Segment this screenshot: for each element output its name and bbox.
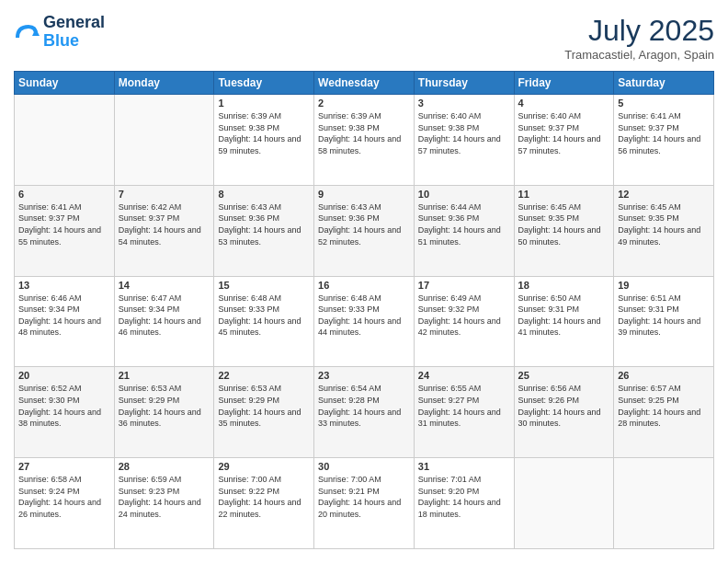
calendar-cell: 2 Sunrise: 6:39 AM Sunset: 9:38 PM Dayli… <box>314 95 415 186</box>
daylight-text: Daylight: 14 hours and 45 minutes. <box>218 316 310 339</box>
logo-icon <box>14 19 40 45</box>
sunrise-text: Sunrise: 6:48 AM <box>318 293 410 304</box>
sunrise-text: Sunrise: 6:39 AM <box>218 110 310 122</box>
header: General Blue July 2025 Tramacastiel, Ara… <box>14 14 714 62</box>
sunrise-text: Sunrise: 6:48 AM <box>218 293 310 304</box>
sunset-text: Sunset: 9:30 PM <box>18 395 110 407</box>
calendar-cell: 11 Sunrise: 6:45 AM Sunset: 9:35 PM Dayl… <box>514 185 614 276</box>
daylight-text: Daylight: 14 hours and 30 minutes. <box>518 407 610 430</box>
calendar-cell <box>614 458 714 549</box>
day-number: 16 <box>318 280 410 291</box>
sunset-text: Sunset: 9:33 PM <box>218 304 310 316</box>
calendar-row-0: 1 Sunrise: 6:39 AM Sunset: 9:38 PM Dayli… <box>15 95 714 186</box>
sunset-text: Sunset: 9:36 PM <box>418 213 510 224</box>
daylight-text: Daylight: 14 hours and 35 minutes. <box>218 407 310 430</box>
day-number: 10 <box>418 189 510 200</box>
cell-content: Sunrise: 6:55 AM Sunset: 9:27 PM Dayligh… <box>418 383 510 429</box>
cell-content: Sunrise: 6:43 AM Sunset: 9:36 PM Dayligh… <box>318 201 410 247</box>
day-number: 12 <box>618 189 710 200</box>
cell-content: Sunrise: 6:47 AM Sunset: 9:34 PM Dayligh… <box>119 293 210 339</box>
sunset-text: Sunset: 9:37 PM <box>119 213 210 224</box>
sunrise-text: Sunrise: 6:51 AM <box>618 293 710 304</box>
header-monday: Monday <box>114 72 214 95</box>
daylight-text: Daylight: 14 hours and 38 minutes. <box>18 407 110 430</box>
daylight-text: Daylight: 14 hours and 58 minutes. <box>318 133 410 156</box>
daylight-text: Daylight: 14 hours and 54 minutes. <box>119 224 210 247</box>
cell-content: Sunrise: 6:40 AM Sunset: 9:38 PM Dayligh… <box>418 110 510 156</box>
cell-content: Sunrise: 7:00 AM Sunset: 9:22 PM Dayligh… <box>218 474 310 520</box>
sunset-text: Sunset: 9:35 PM <box>618 213 710 224</box>
month-year: July 2025 <box>564 14 714 48</box>
sunset-text: Sunset: 9:26 PM <box>518 395 610 407</box>
day-number: 1 <box>218 98 310 109</box>
day-number: 14 <box>119 280 210 291</box>
daylight-text: Daylight: 14 hours and 36 minutes. <box>119 407 210 430</box>
calendar-cell: 14 Sunrise: 6:47 AM Sunset: 9:34 PM Dayl… <box>114 276 214 367</box>
sunrise-text: Sunrise: 6:42 AM <box>119 201 210 213</box>
day-number: 5 <box>618 98 710 109</box>
cell-content: Sunrise: 6:48 AM Sunset: 9:33 PM Dayligh… <box>218 293 310 339</box>
day-number: 8 <box>218 189 310 200</box>
cell-content: Sunrise: 6:39 AM Sunset: 9:38 PM Dayligh… <box>218 110 310 156</box>
calendar-cell: 10 Sunrise: 6:44 AM Sunset: 9:36 PM Dayl… <box>414 185 514 276</box>
calendar-row-1: 6 Sunrise: 6:41 AM Sunset: 9:37 PM Dayli… <box>15 185 714 276</box>
sunrise-text: Sunrise: 6:39 AM <box>318 110 410 122</box>
calendar-cell: 7 Sunrise: 6:42 AM Sunset: 9:37 PM Dayli… <box>114 185 214 276</box>
daylight-text: Daylight: 14 hours and 56 minutes. <box>618 133 710 156</box>
day-number: 25 <box>518 370 610 381</box>
cell-content: Sunrise: 6:48 AM Sunset: 9:33 PM Dayligh… <box>318 293 410 339</box>
calendar-cell: 15 Sunrise: 6:48 AM Sunset: 9:33 PM Dayl… <box>214 276 314 367</box>
logo-line1: General <box>43 14 105 32</box>
sunrise-text: Sunrise: 6:49 AM <box>418 293 510 304</box>
calendar-cell: 12 Sunrise: 6:45 AM Sunset: 9:35 PM Dayl… <box>614 185 714 276</box>
calendar-cell: 26 Sunrise: 6:57 AM Sunset: 9:25 PM Dayl… <box>614 367 714 458</box>
sunrise-text: Sunrise: 6:43 AM <box>218 201 310 213</box>
sunrise-text: Sunrise: 6:54 AM <box>318 383 410 395</box>
sunrise-text: Sunrise: 6:55 AM <box>418 383 510 395</box>
cell-content: Sunrise: 6:44 AM Sunset: 9:36 PM Dayligh… <box>418 201 510 247</box>
page: General Blue July 2025 Tramacastiel, Ara… <box>0 0 728 563</box>
calendar-cell <box>15 95 115 186</box>
daylight-text: Daylight: 14 hours and 49 minutes. <box>618 224 710 247</box>
daylight-text: Daylight: 14 hours and 46 minutes. <box>119 316 210 339</box>
sunrise-text: Sunrise: 6:46 AM <box>18 293 110 304</box>
title-block: July 2025 Tramacastiel, Aragon, Spain <box>564 14 714 62</box>
day-number: 30 <box>318 461 410 472</box>
cell-content: Sunrise: 6:56 AM Sunset: 9:26 PM Dayligh… <box>518 383 610 429</box>
cell-content: Sunrise: 6:49 AM Sunset: 9:32 PM Dayligh… <box>418 293 510 339</box>
daylight-text: Daylight: 14 hours and 51 minutes. <box>418 224 510 247</box>
calendar-cell: 24 Sunrise: 6:55 AM Sunset: 9:27 PM Dayl… <box>414 367 514 458</box>
day-number: 6 <box>18 189 110 200</box>
sunset-text: Sunset: 9:28 PM <box>318 395 410 407</box>
calendar-cell: 22 Sunrise: 6:53 AM Sunset: 9:29 PM Dayl… <box>214 367 314 458</box>
sunset-text: Sunset: 9:22 PM <box>218 486 310 498</box>
sunrise-text: Sunrise: 6:45 AM <box>518 201 610 213</box>
day-number: 29 <box>218 461 310 472</box>
sunset-text: Sunset: 9:38 PM <box>418 122 510 134</box>
sunset-text: Sunset: 9:38 PM <box>218 122 310 134</box>
header-saturday: Saturday <box>614 72 714 95</box>
calendar-cell: 27 Sunrise: 6:58 AM Sunset: 9:24 PM Dayl… <box>15 458 115 549</box>
calendar-cell: 4 Sunrise: 6:40 AM Sunset: 9:37 PM Dayli… <box>514 95 614 186</box>
header-wednesday: Wednesday <box>314 72 415 95</box>
sunset-text: Sunset: 9:25 PM <box>618 395 710 407</box>
sunset-text: Sunset: 9:36 PM <box>318 213 410 224</box>
sunrise-text: Sunrise: 6:44 AM <box>418 201 510 213</box>
sunset-text: Sunset: 9:29 PM <box>218 395 310 407</box>
daylight-text: Daylight: 14 hours and 42 minutes. <box>418 316 510 339</box>
calendar-cell: 6 Sunrise: 6:41 AM Sunset: 9:37 PM Dayli… <box>15 185 115 276</box>
cell-content: Sunrise: 6:40 AM Sunset: 9:37 PM Dayligh… <box>518 110 610 156</box>
logo-text: General Blue <box>43 14 105 51</box>
daylight-text: Daylight: 14 hours and 50 minutes. <box>518 224 610 247</box>
calendar-cell: 31 Sunrise: 7:01 AM Sunset: 9:20 PM Dayl… <box>414 458 514 549</box>
calendar-cell: 29 Sunrise: 7:00 AM Sunset: 9:22 PM Dayl… <box>214 458 314 549</box>
day-number: 28 <box>119 461 210 472</box>
calendar-cell: 23 Sunrise: 6:54 AM Sunset: 9:28 PM Dayl… <box>314 367 415 458</box>
daylight-text: Daylight: 14 hours and 33 minutes. <box>318 407 410 430</box>
sunset-text: Sunset: 9:37 PM <box>518 122 610 134</box>
day-number: 4 <box>518 98 610 109</box>
sunset-text: Sunset: 9:27 PM <box>418 395 510 407</box>
sunset-text: Sunset: 9:21 PM <box>318 486 410 498</box>
sunset-text: Sunset: 9:37 PM <box>18 213 110 224</box>
day-number: 13 <box>18 280 110 291</box>
